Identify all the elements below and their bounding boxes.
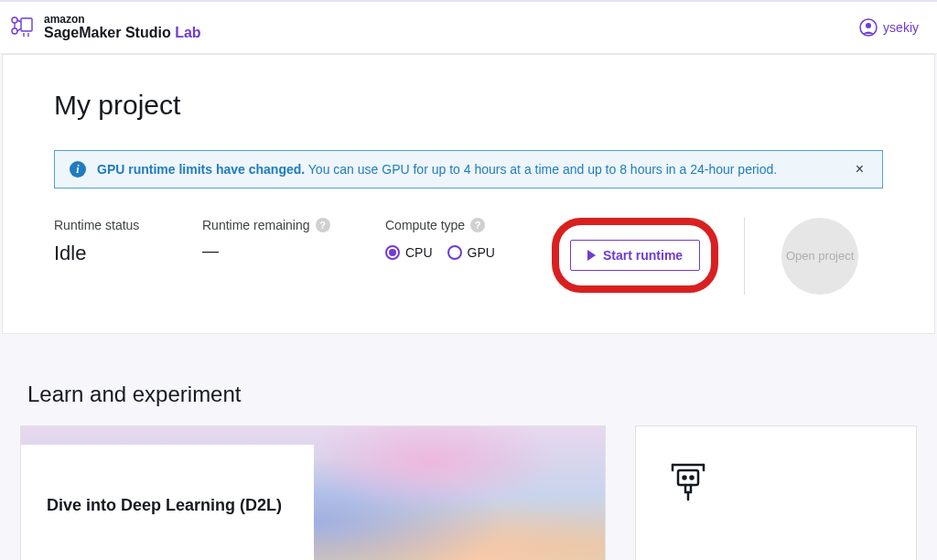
username: ysekiy <box>883 20 919 35</box>
compute-gpu-radio[interactable]: GPU <box>447 245 495 260</box>
compute-type-label: Compute type ? <box>385 218 548 232</box>
user-menu[interactable]: ysekiy <box>859 18 919 37</box>
runtime-remaining-value: — <box>202 242 385 261</box>
learn-card-secondary[interactable] <box>635 425 917 560</box>
runtime-status-label: Runtime status <box>54 218 202 232</box>
svg-point-1 <box>12 17 17 23</box>
highlight-annotation: Start runtime <box>552 218 718 293</box>
alert-close-button[interactable]: × <box>852 161 867 178</box>
sagemaker-logo-icon <box>7 13 37 42</box>
runtime-remaining-label: Runtime remaining ? <box>202 218 385 232</box>
alert-strong-text: GPU runtime limits have changed. <box>97 162 305 177</box>
learn-card-title: Dive into Deep Learning (D2L) <box>47 496 299 515</box>
svg-rect-0 <box>21 18 32 31</box>
svg-point-4 <box>866 23 871 28</box>
compute-cpu-radio[interactable]: CPU <box>385 245 433 260</box>
alert-message: You can use GPU for up to 4 hours at a t… <box>308 162 777 177</box>
brand-main-text: SageMaker Studio Lab <box>44 26 201 41</box>
runtime-status-value: Idle <box>54 242 202 265</box>
learn-section-title: Learn and experiment <box>2 382 935 425</box>
svg-point-2 <box>12 28 17 34</box>
svg-point-7 <box>690 477 693 479</box>
svg-point-6 <box>683 477 685 479</box>
brand-logo[interactable]: amazon SageMaker Studio Lab <box>7 13 201 42</box>
vertical-divider <box>744 218 745 295</box>
app-header: amazon SageMaker Studio Lab ysekiy <box>0 2 937 54</box>
help-icon[interactable]: ? <box>316 218 330 232</box>
svg-rect-5 <box>678 470 698 485</box>
robot-icon <box>669 459 707 503</box>
info-alert: i GPU runtime limits have changed. You c… <box>54 150 883 188</box>
open-project-button: Open project <box>781 218 858 295</box>
learn-card-d2l[interactable]: Dive into Deep Learning (D2L) <box>20 425 606 560</box>
user-avatar-icon <box>859 18 878 37</box>
help-icon[interactable]: ? <box>470 218 485 232</box>
page-title: My project <box>54 90 883 121</box>
play-icon <box>587 250 596 261</box>
project-card: My project i GPU runtime limits have cha… <box>2 54 935 334</box>
info-icon: i <box>70 161 86 178</box>
start-runtime-button[interactable]: Start runtime <box>570 240 700 271</box>
